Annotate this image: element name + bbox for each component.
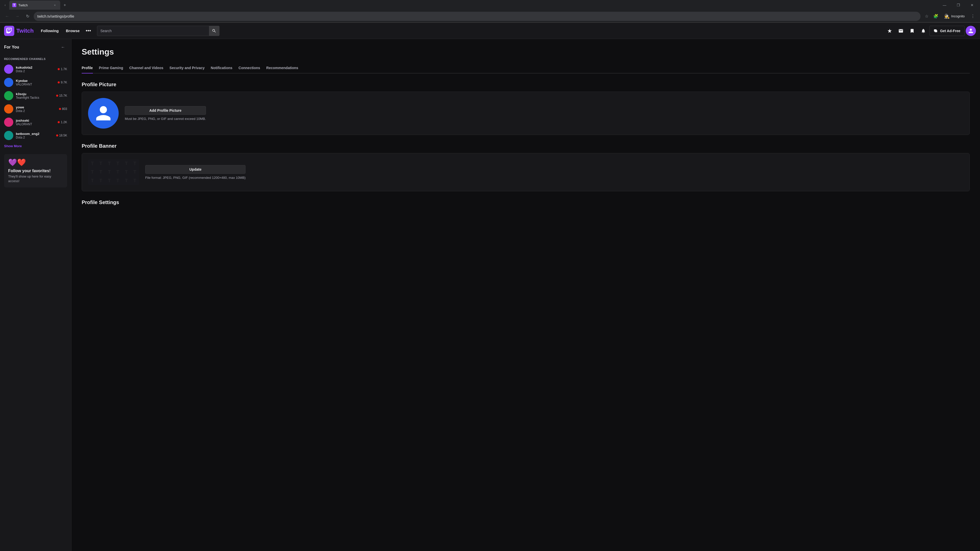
channel-info-joshseki: joshseki VALORANT [16,119,55,126]
profile-pic-actions: Add Profile Picture Must be JPEG, PNG, o… [125,106,206,121]
bookmark-button[interactable]: ☆ [923,12,931,21]
live-dot-k3soju [56,95,58,97]
banner-hint: File format: JPEG, PNG, GIF (recommended… [145,176,245,179]
tab-close-button[interactable]: × [52,3,57,7]
bell-button[interactable] [918,26,928,36]
browser-chrome: ‹ T Twitch × + — ❐ ✕ ← → ↻ twitch.tv/set… [0,0,980,23]
banner-t-17: T [122,176,130,185]
banner-t-9: T [105,168,114,176]
incognito-icon: 🕵 [944,14,950,19]
banner-t-11: T [122,168,130,176]
prime-button[interactable] [885,26,895,36]
search-input[interactable] [100,29,207,33]
banner-actions: Update File format: JPEG, PNG, GIF (reco… [145,165,245,179]
maximize-button[interactable]: ❐ [953,0,964,10]
tab-recommendations[interactable]: Recommendations [266,63,298,73]
tab-prime-gaming[interactable]: Prime Gaming [99,63,123,73]
extensions-button[interactable]: 🧩 [932,12,940,21]
search-button[interactable] [209,26,219,36]
settings-title: Settings [82,47,970,57]
recommended-section-title: RECOMMENDED CHANNELS [0,56,71,62]
minimize-button[interactable]: — [939,0,950,10]
close-button[interactable]: ✕ [966,0,978,10]
profile-banner-section-title: Profile Banner [82,143,970,149]
channel-game-kukudota2: Dota 2 [16,69,55,73]
bookmarks-button[interactable] [907,26,917,36]
twitch-logo-icon [4,26,14,36]
get-ad-free-label: Get Ad-Free [940,29,960,33]
channel-item-joshseki[interactable]: joshseki VALORANT 1.2K [0,116,71,129]
sidebar: For You ← RECOMMENDED CHANNELS kukudota2… [0,39,72,551]
show-more-button[interactable]: Show More [0,142,26,150]
channel-game-betboom: Dota 2 [16,136,54,139]
banner-t-15: T [105,176,114,185]
channel-item-kukudota2[interactable]: kukudota2 Dota 2 1.7K [0,62,71,76]
tab-profile[interactable]: Profile [82,63,93,73]
following-nav-link[interactable]: Following [38,27,62,35]
channel-name-joshseki: joshseki [16,119,55,122]
banner-t-3: T [105,159,114,168]
channel-avatar-betboom [4,131,13,140]
sidebar-title: For You [4,45,19,49]
back-button[interactable]: ← [3,12,11,21]
get-ad-free-button[interactable]: Get Ad-Free [929,26,965,36]
sidebar-collapse-button[interactable]: ← [59,43,67,51]
follow-card-description: They'll show up here for easy access! [8,174,63,183]
tab-security-privacy[interactable]: Security and Privacy [169,63,205,73]
banner-t-10: T [114,168,122,176]
user-avatar-button[interactable] [966,26,976,36]
channel-item-betboom[interactable]: betboom_eng2 Dota 2 18.5K [0,129,71,142]
profile-picture-section: Profile Picture Add Profile Picture Must… [82,82,970,135]
follow-card: 💜❤️ Follow your favorites! They'll show … [4,154,67,187]
channel-name-kukudota2: kukudota2 [16,65,55,69]
tab-channel-videos[interactable]: Channel and Videos [129,63,164,73]
channel-name-kyedae: Kyedae [16,79,55,83]
channel-avatar-kukudota2 [4,65,13,74]
channel-item-yowe[interactable]: yowe Dota 2 803 [0,102,71,116]
svg-rect-0 [10,29,10,30]
channel-item-kyedae[interactable]: Kyedae VALORANT 9.7K [0,76,71,89]
tab-connections[interactable]: Connections [239,63,260,73]
banner-t-7: T [88,168,97,176]
url-bar[interactable]: twitch.tv/settings/profile [34,12,921,21]
channel-viewers-betboom: 18.5K [56,134,67,137]
address-bar-actions: ☆ 🧩 🕵 Incognito ⋮ [923,12,977,21]
tab-nav-prev[interactable]: ‹ [2,2,8,8]
reload-button[interactable]: ↻ [24,12,32,21]
channel-info-yowe: yowe Dota 2 [16,105,56,113]
twitch-wordmark: Twitch [16,27,34,34]
channel-game-yowe: Dota 2 [16,109,56,113]
forward-button[interactable]: → [13,12,21,21]
browser-tab[interactable]: T Twitch × [9,0,60,10]
browse-nav-link[interactable]: Browse [63,27,83,35]
tab-title: Twitch [18,3,51,7]
window-controls: — ❐ ✕ [939,0,978,10]
add-profile-picture-button[interactable]: Add Profile Picture [125,106,206,115]
profile-pic-placeholder [88,98,119,129]
channel-info-kukudota2: kukudota2 Dota 2 [16,65,55,73]
banner-t-4: T [114,159,122,168]
profile-picture-card: Add Profile Picture Must be JPEG, PNG, o… [82,92,970,135]
top-nav: Twitch Following Browse ••• [0,23,980,39]
channel-avatar-joshseki [4,118,13,127]
live-dot-yowe [59,108,61,110]
banner-t-14: T [97,176,105,185]
channel-avatar-k3soju [4,91,13,100]
banner-t-6: T [130,159,139,168]
profile-pic-section: Add Profile Picture Must be JPEG, PNG, o… [88,98,963,129]
channel-item-k3soju[interactable]: k3soju Teamfight Tactics 15.7K [0,89,71,102]
nav-links: Following Browse ••• [38,26,93,35]
twitch-logo[interactable]: Twitch [4,26,34,36]
profile-banner-section: Profile Banner T T T T T T [82,143,970,191]
tab-notifications[interactable]: Notifications [211,63,232,73]
channel-name-betboom: betboom_eng2 [16,132,54,136]
incognito-button[interactable]: 🕵 Incognito [941,13,968,20]
browser-more-button[interactable]: ⋮ [969,12,977,21]
nav-more-button[interactable]: ••• [84,26,93,35]
channel-info-kyedae: Kyedae VALORANT [16,79,55,86]
main-content: For You ← RECOMMENDED CHANNELS kukudota2… [0,39,980,551]
banner-update-button[interactable]: Update [145,165,245,174]
new-tab-button[interactable]: + [61,2,68,9]
messages-button[interactable] [896,26,906,36]
search-bar[interactable] [97,26,220,36]
